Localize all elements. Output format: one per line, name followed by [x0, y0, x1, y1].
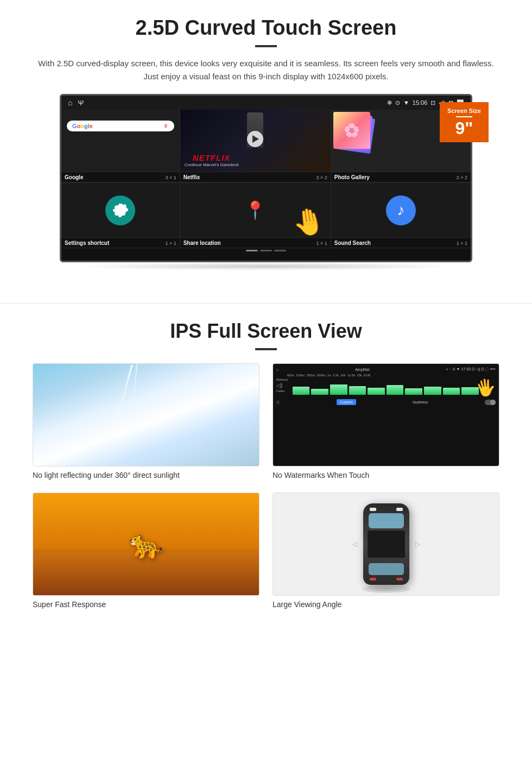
- gallery-app-size: 2 × 2: [457, 175, 467, 180]
- app-cell-settings[interactable]: Settings shortcut 1 × 1: [61, 183, 180, 248]
- section1-description: With 2.5D curved-display screen, this de…: [33, 57, 499, 83]
- signal-icon: ▼: [403, 99, 409, 106]
- google-search-bar[interactable]: Google 🎙: [67, 121, 174, 131]
- touch-hand-icon: 🖐: [474, 376, 497, 399]
- watermark-caption: No Watermarks When Touch: [273, 471, 499, 480]
- amplifier-visual: ⌂ Amplifier ▪ ·· ⊙ ▼ 17:33 ⊡ ◁) ⊡ ⬚ ⟵ 60…: [273, 364, 499, 466]
- google-app-size: 3 × 1: [165, 175, 176, 180]
- settings-app-size: 1 × 1: [165, 241, 176, 246]
- amp-loudness-label: loudness: [413, 400, 428, 404]
- angle-left-arrow: ◁: [352, 540, 357, 548]
- google-thumbnail: Google 🎙: [61, 110, 180, 172]
- camera-icon: ⊡: [430, 99, 435, 106]
- settings-icon: [105, 195, 135, 225]
- share-app-size: 1 × 1: [316, 241, 327, 246]
- sound-thumbnail: ♪: [331, 183, 471, 237]
- share-app-name: Share location: [183, 240, 221, 246]
- sound-icon: ♪: [386, 195, 416, 225]
- usb-icon: Ψ: [78, 99, 84, 107]
- amp-toggle[interactable]: [485, 400, 496, 405]
- badge-label: Screen Size: [447, 108, 481, 114]
- car-top-view: ◁ ▷: [363, 503, 409, 585]
- netflix-app-size: 3 × 2: [316, 175, 327, 180]
- feature-car: ◁ ▷ Large Viewing Angle: [273, 493, 499, 609]
- status-left: ⌂ Ψ: [68, 98, 84, 107]
- amp-bar-9: [443, 388, 460, 395]
- netflix-label-row: Netflix 3 × 2: [180, 172, 331, 182]
- play-button[interactable]: [247, 131, 263, 147]
- netflix-app-name: Netflix: [183, 174, 200, 180]
- status-time: 15:06: [413, 99, 428, 106]
- sound-app-name: Sound Search: [334, 240, 371, 246]
- feature-sunlight: No light reflecting under 360° direct su…: [33, 363, 259, 480]
- device-shadow: [76, 262, 456, 270]
- settings-thumbnail: [61, 183, 180, 237]
- device-screen: ⌂ Ψ ✻ ⊙ ▼ 15:06 ⊡ ◁) ⊠ ⬜: [60, 94, 472, 262]
- app-grid-row1: Google 🎙 Google 3 × 1: [61, 110, 471, 183]
- amp-custom-btn[interactable]: Custom: [337, 399, 356, 405]
- sunlight-caption: No light reflecting under 360° direct su…: [33, 471, 259, 480]
- amp-bar-6: [387, 385, 404, 395]
- home-icon: ⌂: [68, 98, 72, 107]
- feature-cheetah: 🐆 Super Fast Response: [33, 493, 259, 609]
- app-cell-share[interactable]: 📍 🤚 Share location 1 × 1: [180, 183, 331, 248]
- microphone-icon: 🎙: [163, 123, 169, 129]
- section-curved-screen: 2.5D Curved Touch Screen With 2.5D curve…: [0, 0, 532, 281]
- netflix-sub: Continue Marvel's Daredevil: [185, 162, 239, 167]
- settings-app-name: Settings shortcut: [65, 240, 109, 246]
- amp-bar-7: [405, 388, 422, 395]
- netflix-thumbnail: NETFLIX Continue Marvel's Daredevil: [180, 110, 331, 172]
- gallery-app-name: Photo Gallery: [334, 174, 370, 180]
- netflix-brand: NETFLIX: [185, 153, 239, 162]
- amp-back-icon: ⟨⟨: [276, 400, 280, 405]
- amp-home-icon: ⌂: [276, 368, 278, 371]
- google-label-row: Google 3 × 1: [61, 172, 180, 182]
- amp-title: Amplifier: [355, 368, 370, 371]
- google-app-name: Google: [65, 174, 83, 180]
- car-caption: Large Viewing Angle: [273, 600, 499, 609]
- scroll-dot-2: [260, 250, 272, 251]
- app-cell-netflix[interactable]: NETFLIX Continue Marvel's Daredevil Netf…: [180, 110, 331, 182]
- hand-icon: 🤚: [290, 204, 327, 237]
- screen-size-badge: Screen Size 9": [440, 102, 489, 142]
- google-logo: Google: [72, 123, 93, 129]
- play-triangle-icon: [252, 135, 259, 143]
- amp-status-icons: ▪ ·· ⊙ ▼ 17:33 ⊡ ◁) ⊡ ⬚ ⟵: [446, 367, 496, 371]
- amp-bar-2: [311, 389, 328, 395]
- section2-title: IPS Full Screen View: [33, 320, 499, 343]
- amp-bar-4: [349, 386, 366, 395]
- sound-label-row: Sound Search 1 × 1: [331, 237, 471, 248]
- amp-bar-8: [424, 387, 441, 395]
- share-label-row: Share location 1 × 1: [180, 237, 331, 248]
- car-image: ◁ ▷: [273, 493, 499, 596]
- device-mockup: Screen Size 9" ⌂ Ψ ✻ ⊙ ▼ 15:06 ⊡ ◁) ⊠: [60, 94, 472, 270]
- angle-right-arrow: ▷: [415, 540, 420, 548]
- car-visual: ◁ ▷: [273, 493, 499, 595]
- badge-divider: [456, 116, 472, 117]
- cheetah-caption: Super Fast Response: [33, 600, 259, 609]
- maps-icon: 📍: [244, 200, 266, 220]
- music-note-icon: ♪: [397, 201, 404, 219]
- status-bar: ⌂ Ψ ✻ ⊙ ▼ 15:06 ⊡ ◁) ⊠ ⬜: [61, 96, 471, 110]
- app-cell-google[interactable]: Google 🎙 Google 3 × 1: [61, 110, 180, 182]
- gear-svg-icon: [112, 202, 129, 218]
- share-thumbnail: 📍 🤚: [180, 183, 331, 237]
- gallery-label-row: Photo Gallery 2 × 2: [331, 172, 471, 182]
- gps-icon: ⊙: [395, 99, 400, 106]
- cheetah-icon: 🐆: [129, 528, 163, 560]
- amp-topbar: ⌂ Amplifier ▪ ·· ⊙ ▼ 17:33 ⊡ ◁) ⊡ ⬚ ⟵: [276, 367, 496, 371]
- sound-app-size: 1 × 1: [457, 241, 467, 246]
- cheetah-image: 🐆: [33, 493, 259, 596]
- amp-bars: [290, 378, 481, 397]
- section1-title: 2.5D Curved Touch Screen: [33, 16, 499, 40]
- feature-grid: No light reflecting under 360° direct su…: [33, 363, 499, 609]
- app-cell-sound[interactable]: ♪ Sound Search 1 × 1: [331, 183, 471, 248]
- scroll-dot-1: [246, 250, 258, 251]
- scroll-indicator: [61, 248, 471, 253]
- cheetah-visual: 🐆: [33, 493, 259, 595]
- settings-label-row: Settings shortcut 1 × 1: [61, 237, 180, 248]
- section-ips-view: IPS Full Screen View No light reflecting…: [0, 303, 532, 620]
- amplifier-image: ⌂ Amplifier ▪ ·· ⊙ ▼ 17:33 ⊡ ◁) ⊡ ⬚ ⟵ 60…: [273, 363, 499, 466]
- scroll-dot-3: [274, 250, 286, 251]
- amp-bar-1: [293, 387, 310, 395]
